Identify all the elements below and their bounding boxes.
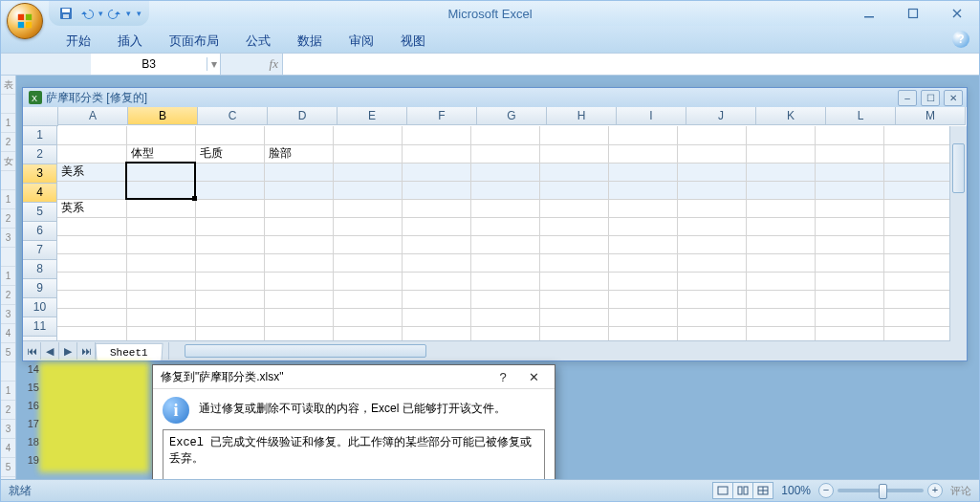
cell-J5[interactable] (677, 199, 746, 217)
cell-B11[interactable] (126, 308, 195, 326)
cell-J3[interactable] (677, 163, 746, 181)
dialog-title-bar[interactable]: 修复到"萨摩耶分类.xlsx" ? ✕ (153, 365, 555, 389)
cell-G4[interactable] (470, 181, 539, 199)
cell-G3[interactable] (470, 163, 539, 181)
cell-D7[interactable] (264, 235, 333, 253)
cell-K6[interactable] (746, 217, 815, 235)
cell-I2[interactable] (608, 144, 677, 163)
cell-F1[interactable] (402, 126, 470, 144)
cell-J2[interactable] (677, 144, 746, 163)
cell-K5[interactable] (746, 199, 815, 217)
row-header-7[interactable]: 7 (23, 241, 57, 260)
cell-A4[interactable] (57, 181, 126, 199)
cell-J7[interactable] (677, 235, 746, 253)
cell-M12[interactable] (883, 326, 952, 340)
zoom-in-button[interactable]: + (927, 483, 943, 498)
cell-B8[interactable] (126, 253, 195, 272)
cell-E10[interactable] (333, 290, 402, 308)
workbook-title-bar[interactable]: X 萨摩耶分类 [修复的] – ☐ ✕ (23, 88, 967, 107)
cell-A5[interactable]: 英系 (57, 199, 126, 217)
sheet-nav-first[interactable]: ⏮ (23, 342, 41, 360)
cell-M8[interactable] (883, 253, 952, 272)
row-header-9[interactable]: 9 (23, 279, 57, 298)
cell-E12[interactable] (333, 326, 402, 340)
cell-C8[interactable] (195, 253, 264, 272)
cell-F3[interactable] (402, 163, 470, 181)
cell-A2[interactable] (57, 144, 126, 163)
tab-page-layout[interactable]: 页面布局 (156, 30, 232, 53)
qat-customize-dropdown[interactable]: ▾ (137, 9, 142, 18)
cell-E6[interactable] (333, 217, 402, 235)
column-header-H[interactable]: H (547, 107, 617, 125)
cell-A8[interactable] (57, 253, 126, 272)
row-header-10[interactable]: 10 (23, 298, 57, 317)
help-icon[interactable]: ? (952, 31, 969, 48)
cell-A10[interactable] (57, 290, 126, 308)
cell-E9[interactable] (333, 272, 402, 290)
tab-view[interactable]: 视图 (387, 30, 439, 53)
cell-L7[interactable] (815, 235, 883, 253)
row-header-6[interactable]: 6 (23, 222, 57, 241)
cell-D2[interactable]: 脸部 (264, 144, 333, 163)
cell-D5[interactable] (264, 199, 333, 217)
row-header-3[interactable]: 3 (23, 164, 57, 184)
vertical-scrollbar[interactable] (949, 126, 967, 341)
cell-F2[interactable] (402, 144, 470, 163)
cell-C5[interactable] (195, 199, 264, 217)
cell-I1[interactable] (608, 126, 677, 144)
cell-G9[interactable] (470, 272, 539, 290)
dialog-close-button[interactable]: ✕ (520, 367, 547, 386)
cell-F7[interactable] (402, 235, 470, 253)
row-header-5[interactable]: 5 (23, 203, 57, 222)
cell-D11[interactable] (264, 308, 333, 326)
cell-C10[interactable] (195, 290, 264, 308)
column-header-I[interactable]: I (617, 107, 686, 125)
sheet-tab-active[interactable]: Sheet1 (95, 342, 163, 360)
column-header-E[interactable]: E (338, 107, 407, 125)
cell-G8[interactable] (470, 253, 539, 272)
cell-D6[interactable] (264, 217, 333, 235)
cell-L9[interactable] (815, 272, 883, 290)
dialog-help-button[interactable]: ? (490, 367, 516, 386)
cell-M6[interactable] (883, 217, 952, 235)
cell-F5[interactable] (402, 199, 470, 217)
cell-G1[interactable] (470, 126, 539, 144)
cell-D1[interactable] (264, 126, 333, 144)
row-header-11[interactable]: 11 (23, 317, 57, 337)
cell-D12[interactable] (264, 326, 333, 340)
cell-B2[interactable]: 体型 (126, 144, 195, 163)
zoom-out-button[interactable]: − (818, 483, 834, 498)
row-header-2[interactable]: 2 (23, 145, 57, 164)
cell-I11[interactable] (608, 308, 677, 326)
wb-close-button[interactable]: ✕ (944, 90, 963, 106)
cell-C3[interactable] (195, 163, 264, 181)
cell-B5[interactable] (126, 199, 195, 217)
undo-dropdown[interactable]: ▾ (98, 9, 103, 18)
name-box-dropdown[interactable]: ▾ (207, 57, 220, 71)
cell-K12[interactable] (746, 326, 815, 340)
cell-L6[interactable] (815, 217, 883, 235)
cell-H3[interactable] (539, 163, 608, 181)
cell-G6[interactable] (470, 217, 539, 235)
maximize-button[interactable] (891, 1, 935, 26)
cell-H1[interactable] (539, 126, 608, 144)
cell-I8[interactable] (608, 253, 677, 272)
cell-K7[interactable] (746, 235, 815, 253)
column-header-F[interactable]: F (407, 107, 477, 125)
tab-review[interactable]: 审阅 (336, 30, 387, 53)
column-header-G[interactable]: G (477, 107, 547, 125)
cells-area[interactable]: 体型毛质脸部美系英系 (57, 126, 967, 340)
cell-D8[interactable] (264, 253, 333, 272)
sheet-nav-next[interactable]: ▶ (59, 342, 77, 360)
cell-L11[interactable] (815, 308, 883, 326)
close-button[interactable] (935, 1, 979, 26)
cell-L5[interactable] (815, 199, 883, 217)
cell-C12[interactable] (195, 326, 264, 340)
cell-D10[interactable] (264, 290, 333, 308)
cell-K9[interactable] (746, 272, 815, 290)
name-box-input[interactable] (91, 54, 207, 75)
cell-C1[interactable] (195, 126, 264, 144)
cell-A9[interactable] (57, 272, 126, 290)
cell-I7[interactable] (608, 235, 677, 253)
cell-G10[interactable] (470, 290, 539, 308)
